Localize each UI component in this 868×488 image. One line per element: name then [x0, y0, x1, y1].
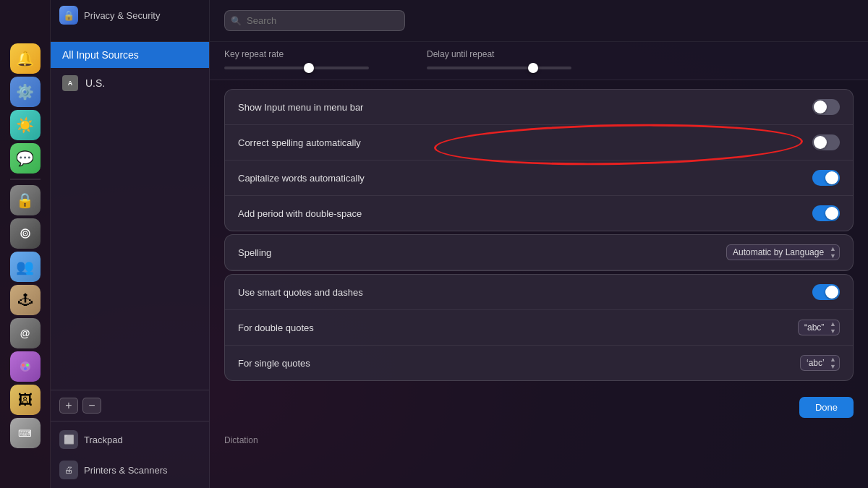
list-top: 🔒 Privacy & Security: [51, 0, 210, 41]
spelling-label: Spelling: [238, 247, 271, 258]
single-quotes-label: For single quotes: [238, 358, 310, 369]
single-quotes-row: For single quotes ‘abc’ ▲ ▼: [225, 346, 853, 380]
sidebar-item-printers[interactable]: 🖨 Printers & Scanners: [51, 455, 209, 485]
group-block-2: Spelling Automatic by Language ▲ ▼: [224, 234, 854, 271]
palette-icon: [19, 360, 32, 373]
single-quotes-select[interactable]: ‘abc’: [800, 355, 840, 371]
remove-input-button[interactable]: −: [82, 398, 101, 414]
sidebar-icon-keyboard[interactable]: ⌨: [10, 418, 41, 448]
list-spacer: [51, 98, 209, 390]
delay-repeat-thumb: [528, 63, 538, 73]
correct-spelling-row: Correct spelling automatically: [225, 125, 853, 160]
spelling-row: Spelling Automatic by Language ▲ ▼: [225, 235, 853, 270]
printers-label: Printers & Scanners: [84, 465, 168, 476]
key-repeat-label: Key repeat rate: [224, 49, 369, 59]
sidebar-icon-color[interactable]: [10, 351, 41, 382]
svg-point-6: [24, 367, 27, 370]
sidebar-icon-lock[interactable]: 🔒: [10, 185, 41, 215]
group-block-3: Use smart quotes and dashes For double q…: [224, 274, 854, 381]
main-area: 🔒 Privacy & Security 🔍 All Input Sources: [51, 0, 868, 488]
key-repeat-thumb: [304, 63, 314, 73]
sliders-row: Key repeat rate Delay until repeat: [224, 49, 854, 69]
trackpad-icon: ⬜: [59, 430, 78, 449]
divider: [10, 179, 41, 180]
spelling-select[interactable]: Automatic by Language: [726, 244, 840, 260]
sidebar-icon-internet[interactable]: @: [10, 318, 41, 348]
double-quotes-select[interactable]: “abc”: [798, 320, 840, 335]
delay-repeat-slider[interactable]: [427, 67, 571, 69]
correct-spelling-toggle[interactable]: [812, 134, 840, 150]
double-quotes-select-wrap: “abc” ▲ ▼: [798, 320, 840, 335]
sidebar-icon-notifications[interactable]: 🔔: [10, 43, 41, 74]
sidebar-icon-game[interactable]: 🕹: [10, 285, 41, 315]
done-area: Done: [210, 387, 868, 428]
search-wrapper: 🔍: [224, 10, 405, 31]
smart-quotes-toggle[interactable]: [812, 284, 840, 300]
all-input-sources-item[interactable]: All Input Sources: [51, 42, 209, 68]
list-panel: All Input Sources A U.S. + −: [51, 42, 210, 488]
sidebar-icon-fingerprint[interactable]: [10, 218, 41, 249]
smart-quotes-label: Use smart quotes and dashes: [238, 287, 363, 298]
dictation-section: Dictation: [210, 428, 868, 453]
svg-point-4: [22, 364, 25, 367]
privacy-label: Privacy & Security: [84, 10, 160, 21]
preferences-window: 🔔 ⚙️ ☀️ 💬 🔒 👥 🕹 @ 🖼 ⌨: [0, 0, 868, 488]
add-period-toggle-thumb: [825, 207, 838, 220]
smart-quotes-toggle-thumb: [825, 286, 838, 299]
add-period-label: Add period with double-space: [238, 208, 362, 219]
correct-spelling-label: Correct spelling automatically: [238, 137, 361, 148]
us-badge: A: [62, 75, 78, 91]
delay-repeat-label: Delay until repeat: [427, 49, 571, 59]
sidebar-icon-messages[interactable]: 💬: [10, 143, 41, 174]
double-quotes-row: For double quotes “abc” ▲ ▼: [225, 310, 853, 346]
sidebar-icon-display[interactable]: ☀️: [10, 110, 41, 140]
list-bottom-buttons: + −: [51, 390, 209, 421]
spelling-select-wrap: Automatic by Language ▲ ▼: [726, 244, 840, 260]
us-badge-letter: A: [68, 80, 73, 87]
show-input-toggle[interactable]: [812, 99, 840, 115]
sidebar-item-trackpad[interactable]: ⬜ Trackpad: [51, 424, 209, 455]
search-area: 🔍: [210, 0, 868, 41]
show-input-row: Show Input menu in menu bar: [225, 90, 853, 125]
add-input-button[interactable]: +: [59, 398, 78, 414]
search-input[interactable]: [224, 10, 405, 31]
capitalize-toggle-thumb: [825, 171, 838, 184]
show-input-toggle-thumb: [814, 100, 827, 114]
settings-panel: Key repeat rate Delay until repeat: [210, 42, 868, 488]
sidebar-bottom: ⬜ Trackpad 🖨 Printers & Scanners: [51, 421, 209, 488]
content-cols: All Input Sources A U.S. + −: [51, 42, 868, 488]
double-quotes-label: For double quotes: [238, 322, 314, 333]
us-label: U.S.: [85, 77, 105, 89]
dictation-label: Dictation: [224, 435, 258, 445]
add-period-row: Add period with double-space: [225, 196, 853, 231]
all-input-sources-label: All Input Sources: [62, 49, 139, 61]
key-repeat-slider[interactable]: [224, 67, 369, 69]
show-input-label: Show Input menu in menu bar: [238, 102, 363, 113]
correct-spelling-toggle-thumb: [814, 136, 827, 149]
us-input-item[interactable]: A U.S.: [51, 68, 209, 98]
capitalize-row: Capitalize words automatically: [225, 160, 853, 196]
svg-point-2: [25, 233, 26, 234]
smart-quotes-row: Use smart quotes and dashes: [225, 275, 853, 310]
add-period-toggle[interactable]: [812, 205, 840, 221]
key-repeat-group: Key repeat rate: [224, 49, 369, 69]
trackpad-label: Trackpad: [84, 435, 123, 445]
single-quotes-select-wrap: ‘abc’ ▲ ▼: [800, 355, 840, 371]
sidebar-item-privacy[interactable]: 🔒 Privacy & Security: [51, 0, 209, 30]
done-button[interactable]: Done: [799, 397, 854, 418]
sidebar-icons: 🔔 ⚙️ ☀️ 💬 🔒 👥 🕹 @ 🖼 ⌨: [0, 0, 51, 488]
delay-repeat-group: Delay until repeat: [427, 49, 571, 69]
sidebar-icon-users[interactable]: 👥: [10, 252, 41, 282]
key-repeat-area: Key repeat rate Delay until repeat: [210, 42, 868, 80]
settings-groups: Show Input menu in menu bar Correct spel…: [210, 80, 868, 387]
privacy-icon: 🔒: [59, 6, 78, 25]
top-bar: 🔒 Privacy & Security 🔍: [51, 0, 868, 42]
group-block-1: Show Input menu in menu bar Correct spel…: [224, 89, 854, 231]
printer-icon: 🖨: [59, 461, 78, 479]
sidebar-icon-photos[interactable]: 🖼: [10, 385, 41, 415]
capitalize-label: Capitalize words automatically: [238, 173, 365, 184]
capitalize-toggle[interactable]: [812, 170, 840, 186]
fingerprint-icon: [19, 227, 32, 240]
sidebar-icon-general[interactable]: ⚙️: [10, 77, 41, 107]
svg-point-5: [26, 364, 29, 367]
